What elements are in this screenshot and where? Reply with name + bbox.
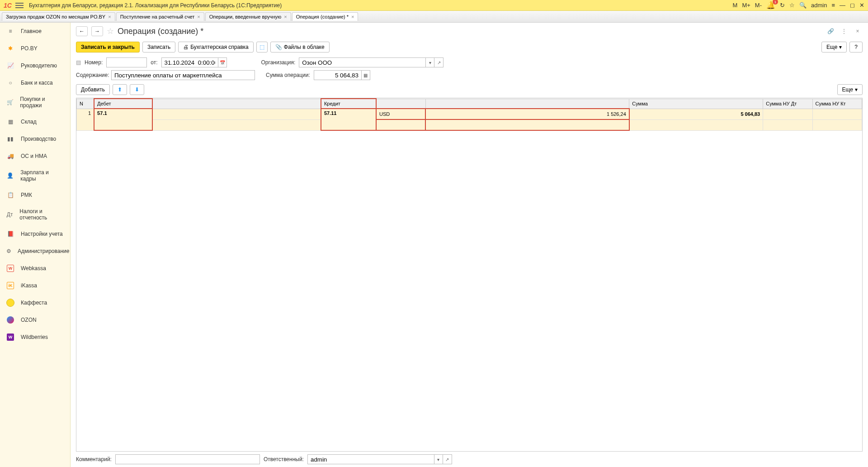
user-label[interactable]: admin [811,2,827,9]
move-up-button[interactable]: ⬆ [113,84,127,95]
warehouse-icon: ▦ [6,118,14,126]
minimize-icon[interactable]: — [840,2,845,9]
col-n[interactable]: N [77,99,94,109]
memory-m-minus[interactable]: M- [755,2,762,9]
sidebar-item-manager[interactable]: 📈Руководителю [0,57,70,74]
open-icon[interactable]: ↗ [434,57,443,67]
col-nu-kt[interactable]: Сумма НУ Кт [812,99,862,109]
link-icon[interactable]: 🔗 [826,26,835,36]
sidebar-item-hr[interactable]: 👤Зарплата и кадры [0,165,70,186]
settings-icon: 📕 [6,230,14,238]
nav-forward-button[interactable]: → [91,26,103,36]
sidebar-item-wildberries[interactable]: WWildberries [0,329,70,346]
calendar-icon[interactable]: 📅 [218,57,227,67]
app-logo: 1C [4,2,12,9]
comment-input[interactable] [115,454,260,464]
app-title: Бухгалтерия для Беларуси, редакция 2.1. … [29,2,733,9]
nav-back-button[interactable]: ← [76,26,88,36]
rmk-icon: 📋 [6,191,14,199]
tabs-bar: Загрузка продаж OZON по месяцам PO.BY× П… [0,11,868,23]
menu-icon[interactable] [15,2,24,9]
notifications-icon[interactable]: 🔔 1 [766,1,775,10]
col-debit[interactable]: Дебет [94,99,152,109]
sidebar-item-main[interactable]: ≡Главное [0,23,70,40]
col-nu-dt[interactable]: Сумма НУ Дт [763,99,812,109]
settings-icon[interactable]: ≡ [831,2,835,9]
tab-manual-ops[interactable]: Операции, введенные вручную× [205,12,291,21]
add-button[interactable]: Добавить [76,84,110,95]
history-icon[interactable]: ↻ [780,2,785,9]
sidebar-item-bank[interactable]: ○Банк и касса [0,74,70,91]
tab-close-icon[interactable]: × [351,14,354,19]
files-button[interactable]: 📎Файлы в облаке [270,42,330,52]
sidebar-item-production[interactable]: ▮▮Производство [0,130,70,148]
doc-icon: ▤ [76,59,81,66]
tab-ozon-load[interactable]: Загрузка продаж OZON по месяцам PO.BY× [2,12,115,21]
sum-input[interactable] [314,70,361,80]
tab-close-icon[interactable]: × [108,14,111,19]
tab-close-icon[interactable]: × [197,14,200,19]
col-credit2[interactable] [376,99,425,109]
org-label: Организация: [261,59,296,66]
number-input[interactable] [106,57,147,67]
maximize-icon[interactable]: ◻ [850,2,855,9]
chart-icon: 📈 [6,62,14,70]
sidebar-item-ozon[interactable]: OZON [0,311,70,329]
ikassa-icon: iK [6,281,14,290]
search-icon[interactable]: 🔍 [799,2,807,9]
sidebar-item-kaffesta[interactable]: Каффеста [0,294,70,311]
dropdown-icon[interactable]: ▾ [434,454,443,464]
print-icon: 🖨 [183,44,189,50]
sidebar-item-assets[interactable]: 🚚ОС и НМА [0,148,70,165]
date-label: от: [151,59,157,66]
calc-icon[interactable]: ▦ [361,70,370,80]
content-label: Содержание: [76,72,108,78]
memory-m[interactable]: M [733,2,738,9]
sidebar-item-sales[interactable]: 🛒Покупки и продажи [0,91,70,113]
sidebar-item-poby[interactable]: ✱PO.BY [0,40,70,57]
col-sum[interactable]: Сумма [629,99,763,109]
dropdown-icon[interactable]: ▾ [425,57,434,67]
table-more-button[interactable]: Еще ▾ [837,84,863,95]
org-input[interactable] [299,57,425,67]
hr-icon: 👤 [6,172,14,180]
kaffesta-icon [6,299,14,307]
more-menu-icon[interactable]: ⋮ [839,26,849,36]
favorite-icon[interactable]: ☆ [789,2,795,9]
favorite-star-icon[interactable]: ☆ [107,26,114,36]
wb-icon: W [6,333,14,341]
acc-ref-button[interactable]: 🖨Бухгалтерская справка [178,42,254,52]
tab-payment[interactable]: Поступление на расчетный счет× [116,12,204,21]
tab-operation-create[interactable]: Операция (создание) *× [292,12,359,21]
more-button[interactable]: Еще ▾ [821,42,847,52]
poby-icon: ✱ [6,44,14,52]
number-label: Номер: [85,59,103,66]
close-icon[interactable]: ✕ [859,2,864,9]
move-down-button[interactable]: ⬇ [130,84,144,95]
content-input[interactable] [111,70,255,80]
sidebar-item-tax[interactable]: ДтНалоги и отчетность [0,204,70,225]
open-icon[interactable]: ↗ [443,454,452,464]
col-debit2[interactable] [152,99,321,109]
col-credit3[interactable] [425,99,629,109]
memory-m-plus[interactable]: M+ [742,2,750,9]
sidebar-item-warehouse[interactable]: ▦Склад [0,113,70,130]
sidebar-item-admin[interactable]: ⚙Администрирование [0,243,70,260]
bank-icon: ○ [6,79,14,87]
save-button[interactable]: Записать [142,42,175,52]
col-credit[interactable]: Кредит [321,99,376,109]
date-input[interactable] [161,57,218,67]
save-close-button[interactable]: Записать и закрыть [76,42,140,52]
responsible-input[interactable] [307,454,434,464]
tab-close-icon[interactable]: × [284,14,287,19]
help-button[interactable]: ? [849,42,863,52]
responsible-label: Ответственный: [264,456,304,462]
sidebar-item-webkassa[interactable]: WWebkassa [0,260,70,277]
dt-kt-button[interactable]: ⬚ [256,42,268,52]
sidebar-item-rmk[interactable]: 📋РМК [0,186,70,204]
sidebar-item-settings[interactable]: 📕Настройки учета [0,225,70,243]
table-row[interactable] [77,119,862,130]
close-page-icon[interactable]: × [853,26,863,36]
sidebar-item-ikassa[interactable]: iKiKassa [0,277,70,294]
table-row[interactable]: 1 57.1 57.11 USD 1 526,24 5 064,83 [77,109,862,119]
